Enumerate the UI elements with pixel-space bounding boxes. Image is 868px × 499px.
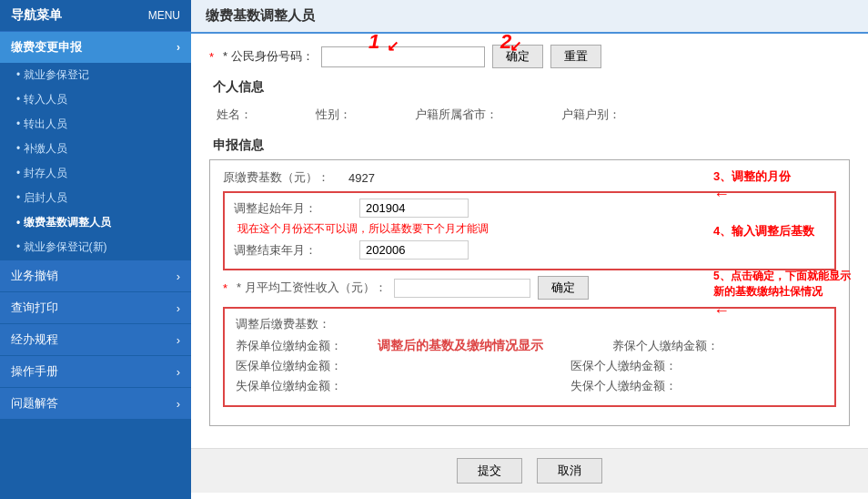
adjust-end-input[interactable]	[359, 240, 469, 260]
gender-field: 性别：	[316, 107, 393, 123]
bottom-bar: 提交 取消	[191, 448, 868, 493]
annotation-3: 3、调整的月份 ←	[713, 168, 859, 204]
account-field: 户籍户别：	[561, 107, 662, 123]
medical-personal-label: 医保个人缴纳金额：	[570, 358, 677, 374]
id-number-row: * * 公民身份号码： 确定 重置	[209, 45, 850, 68]
sidebar-sub-item-supplement[interactable]: • 补缴人员	[0, 137, 191, 161]
sidebar-sub-item-employment[interactable]: • 就业参保登记	[0, 63, 191, 87]
chevron-right-icon: ›	[177, 333, 180, 347]
chevron-right-icon: ›	[177, 365, 180, 379]
red-annotation-text: 调整后的基数及缴纳情况显示	[378, 338, 543, 354]
section-fee-change: 缴费变更申报 › • 就业参保登记 • 转入人员 • 转出人员 • 补缴人员 •…	[0, 32, 191, 260]
medical-unit-label: 医保单位缴纳金额：	[236, 358, 354, 374]
adjust-start-label: 调整起始年月：	[234, 200, 352, 217]
menu-button[interactable]: MENU	[148, 9, 180, 22]
chevron-right-icon: ›	[177, 41, 180, 54]
section-procedure[interactable]: 经办规程 ›	[0, 323, 191, 355]
annotation-5: 5、点击确定，下面就能显示新的基数缴纳社保情况 ←	[713, 269, 859, 322]
name-label: 姓名：	[217, 107, 252, 123]
unemp-personal-label: 失保个人缴纳金额：	[570, 378, 677, 394]
adjust-start-input[interactable]	[359, 199, 469, 218]
section-fee-change-title[interactable]: 缴费变更申报 ›	[0, 32, 191, 63]
original-base-label: 原缴费基数（元）：	[223, 169, 341, 186]
submit-button[interactable]: 提交	[457, 458, 522, 484]
sidebar-sub-item-fee-adjust[interactable]: • 缴费基数调整人员	[0, 210, 191, 235]
cancel-button[interactable]: 取消	[537, 458, 602, 484]
required-marker-income: *	[223, 281, 227, 295]
sidebar-sub-item-employment-new[interactable]: • 就业参保登记(新)	[0, 235, 191, 260]
chevron-right-icon: ›	[177, 270, 180, 283]
arrow-down-1: ↙	[387, 37, 399, 55]
sidebar: 导航菜单 MENU 缴费变更申报 › • 就业参保登记 • 转入人员 • 转出人…	[0, 0, 191, 499]
account-label: 户籍户别：	[561, 107, 621, 123]
section-revoke[interactable]: 业务撤销 ›	[0, 260, 191, 291]
required-marker: *	[209, 50, 214, 64]
chevron-right-icon: ›	[177, 301, 180, 315]
province-field: 户籍所属省市：	[415, 107, 540, 123]
sidebar-title: 导航菜单	[11, 7, 62, 24]
sidebar-sub-item-transfer-out[interactable]: • 转出人员	[0, 112, 191, 137]
id-label: * 公民身份号码：	[223, 48, 314, 65]
page-title: 缴费基数调整人员	[191, 0, 868, 34]
income-confirm-button[interactable]: 确定	[538, 276, 589, 300]
sidebar-sub-item-unseal[interactable]: • 启封人员	[0, 186, 191, 210]
section-manual[interactable]: 操作手册 ›	[0, 355, 191, 387]
name-field: 姓名：	[217, 107, 294, 123]
note-text: 现在这个月份还不可以调，所以基数要下个月才能调	[237, 222, 489, 235]
annotation-4: 4、输入调整后基数	[713, 223, 859, 239]
id-input[interactable]	[321, 46, 485, 67]
main-content: 缴费基数调整人员 1 2 ↙ ↙ * * 公民身份号码： 确定 重置 个人信息 …	[191, 0, 868, 499]
gender-label: 性别：	[316, 107, 351, 123]
unemp-unit-label: 失保单位缴纳金额：	[236, 378, 354, 394]
sidebar-header: 导航菜单 MENU	[0, 0, 191, 32]
personal-info-title: 个人信息	[209, 79, 850, 96]
section-query-print[interactable]: 查询打印 ›	[0, 291, 191, 323]
income-input[interactable]	[394, 279, 530, 298]
original-base-value: 4927	[348, 171, 375, 185]
chevron-right-icon: ›	[177, 397, 180, 411]
section-faq[interactable]: 问题解答 ›	[0, 387, 191, 419]
sidebar-sub-item-transfer-in[interactable]: • 转入人员	[0, 87, 191, 112]
personal-info-row: 姓名： 性别： 户籍所属省市： 户籍户别：	[209, 101, 850, 128]
medical-unit-row: 医保单位缴纳金额： 医保个人缴纳金额：	[236, 358, 823, 374]
id-reset-button[interactable]: 重置	[550, 45, 601, 68]
pension-unit-label: 养保单位缴纳金额：	[236, 338, 354, 354]
adjust-end-row: 调整结束年月：	[234, 240, 825, 260]
declaration-title: 申报信息	[209, 137, 850, 154]
province-label: 户籍所属省市：	[415, 107, 498, 123]
annotation-1: 1	[368, 30, 379, 54]
income-label: * 月平均工资性收入（元）：	[237, 280, 387, 296]
unemp-unit-row: 失保单位缴纳金额： 失保个人缴纳金额：	[236, 378, 823, 394]
main-body: 1 2 ↙ ↙ * * 公民身份号码： 确定 重置 个人信息 姓名： 性别： 户…	[191, 34, 868, 448]
arrow-down-2: ↙	[510, 37, 521, 55]
pension-personal-label: 养保个人缴纳金额：	[612, 338, 719, 354]
pension-unit-row: 养保单位缴纳金额： 调整后的基数及缴纳情况显示 养保个人缴纳金额：	[236, 338, 823, 354]
adjust-end-label: 调整结束年月：	[234, 242, 352, 259]
sidebar-sub-item-seal[interactable]: • 封存人员	[0, 161, 191, 186]
